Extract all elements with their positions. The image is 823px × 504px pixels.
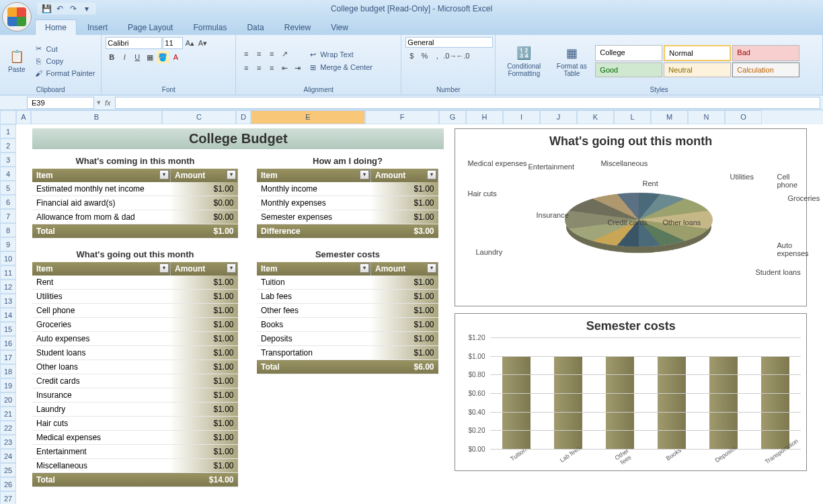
percent-button[interactable]: % xyxy=(418,50,430,62)
tab-page-layout[interactable]: Page Layout xyxy=(118,20,182,35)
orientation-button[interactable]: ↗ xyxy=(278,48,290,60)
row-header-19[interactable]: 19 xyxy=(0,378,16,392)
filter-dropdown-icon[interactable]: ▾ xyxy=(427,170,436,179)
undo-icon[interactable]: ↶ xyxy=(54,3,65,14)
style-neutral[interactable]: Neutral xyxy=(664,62,731,77)
border-button[interactable]: ▦ xyxy=(144,51,156,63)
cell-item[interactable]: Entertainment xyxy=(32,445,171,459)
cell-item[interactable]: Books xyxy=(257,318,371,332)
tab-view[interactable]: View xyxy=(321,20,358,35)
row-header-9[interactable]: 9 xyxy=(0,237,16,251)
table-row[interactable]: Other loans$1.00 xyxy=(32,360,238,374)
cut-button[interactable]: ✂Cut xyxy=(32,44,97,54)
table-row[interactable]: Estimated monthly net income$1.00 xyxy=(32,182,238,196)
table-row[interactable]: Medical expenses$1.00 xyxy=(32,431,238,445)
align-bottom-button[interactable]: ≡ xyxy=(266,48,278,60)
table-row[interactable]: Student loans$1.00 xyxy=(32,346,238,360)
cell-amount[interactable]: $1.00 xyxy=(171,360,238,374)
cell-amount[interactable]: $1.00 xyxy=(371,290,438,304)
cell-amount[interactable]: $1.00 xyxy=(371,346,438,360)
row-header-20[interactable]: 20 xyxy=(0,392,16,407)
italic-button[interactable]: I xyxy=(118,51,130,63)
style-calculation[interactable]: Calculation xyxy=(732,62,799,77)
cell-amount[interactable]: $1.00 xyxy=(171,388,238,403)
cell-item[interactable]: Financial aid award(s) xyxy=(32,196,171,210)
cell-amount[interactable]: $1.00 xyxy=(171,431,238,445)
cell-amount[interactable]: $1.00 xyxy=(371,304,438,318)
cell-amount[interactable]: $1.00 xyxy=(171,182,238,196)
row-header-4[interactable]: 4 xyxy=(0,167,16,181)
formula-input[interactable] xyxy=(115,97,820,109)
table-row[interactable]: Tuition$1.00 xyxy=(257,276,438,290)
cell-amount[interactable]: $0.00 xyxy=(171,196,238,210)
cell-item[interactable]: Tuition xyxy=(257,276,371,290)
copy-button[interactable]: ⎘Copy xyxy=(32,56,97,67)
wrap-text-button[interactable]: ↩Wrap Text xyxy=(306,49,375,60)
cell-item[interactable]: Medical expenses xyxy=(32,431,171,445)
filter-dropdown-icon[interactable]: ▾ xyxy=(159,170,169,179)
style-college[interactable]: College xyxy=(595,45,662,61)
cell-amount[interactable]: $1.00 xyxy=(371,182,438,196)
column-header-B[interactable]: B xyxy=(31,110,162,124)
column-header-D[interactable]: D xyxy=(236,110,251,124)
table-row[interactable]: Auto expenses$1.00 xyxy=(32,332,238,346)
align-middle-button[interactable]: ≡ xyxy=(253,48,265,60)
row-header-14[interactable]: 14 xyxy=(0,308,16,322)
table-row[interactable]: Lab fees$1.00 xyxy=(257,290,438,304)
table-row[interactable]: Monthly income$1.00 xyxy=(257,182,438,196)
tab-home[interactable]: Home xyxy=(35,19,77,35)
name-box[interactable] xyxy=(27,97,94,109)
tab-formulas[interactable]: Formulas xyxy=(184,20,236,35)
table-row[interactable]: Groceries$1.00 xyxy=(32,318,238,332)
column-header-K[interactable]: K xyxy=(577,110,614,124)
row-header-21[interactable]: 21 xyxy=(0,407,16,421)
cell-item[interactable]: Hair cuts xyxy=(32,417,171,431)
align-left-button[interactable]: ≡ xyxy=(240,62,252,74)
align-center-button[interactable]: ≡ xyxy=(253,62,265,74)
filter-dropdown-icon[interactable]: ▾ xyxy=(227,263,236,273)
table-row[interactable]: Rent$1.00 xyxy=(32,276,238,290)
incoming-header-amount[interactable]: Amount▾ xyxy=(171,169,238,182)
redo-icon[interactable]: ↷ xyxy=(68,3,79,14)
row-header-13[interactable]: 13 xyxy=(0,294,16,308)
table-row[interactable]: Credit cards$1.00 xyxy=(32,374,238,388)
column-header-L[interactable]: L xyxy=(614,110,651,124)
table-row[interactable]: Utilities$1.00 xyxy=(32,290,238,304)
shrink-font-button[interactable]: A▾ xyxy=(196,37,208,49)
table-row[interactable]: Books$1.00 xyxy=(257,318,438,332)
cell-item[interactable]: Other fees xyxy=(257,304,371,318)
cell-amount[interactable]: $1.00 xyxy=(171,332,238,346)
column-header-C[interactable]: C xyxy=(162,110,236,124)
column-header-E[interactable]: E xyxy=(251,110,365,124)
row-header-3[interactable]: 3 xyxy=(0,153,16,167)
row-header-25[interactable]: 25 xyxy=(0,463,16,477)
filter-dropdown-icon[interactable]: ▾ xyxy=(227,170,236,179)
cell-item[interactable]: Student loans xyxy=(32,346,171,360)
doing-header-item[interactable]: Item▾ xyxy=(257,169,371,182)
tab-data[interactable]: Data xyxy=(237,20,273,35)
table-row[interactable]: Semester expenses$1.00 xyxy=(257,210,438,224)
cell-item[interactable]: Rent xyxy=(32,276,171,290)
cell-item[interactable]: Miscellaneous xyxy=(32,459,171,473)
save-icon[interactable]: 💾 xyxy=(41,3,52,14)
merge-center-button[interactable]: ⊞Merge & Center xyxy=(306,62,375,73)
indent-decrease-button[interactable]: ⇤ xyxy=(278,62,290,74)
align-top-button[interactable]: ≡ xyxy=(240,48,252,60)
select-all-corner[interactable] xyxy=(0,110,16,124)
underline-button[interactable]: U xyxy=(131,51,143,63)
cell-item[interactable]: Other loans xyxy=(32,360,171,374)
bar-chart[interactable]: Semester costs $0.00$0.20$0.40$0.60$0.80… xyxy=(455,313,807,471)
decrease-decimal-button[interactable]: ←.0 xyxy=(457,50,469,62)
row-header-7[interactable]: 7 xyxy=(0,209,16,223)
format-as-table-button[interactable]: ▦ Format as Table xyxy=(551,41,592,81)
column-header-O[interactable]: O xyxy=(725,110,762,124)
cell-amount[interactable]: $1.00 xyxy=(371,276,438,290)
cell-amount[interactable]: $1.00 xyxy=(371,196,438,210)
cell-item[interactable]: Utilities xyxy=(32,290,171,304)
cell-amount[interactable]: $1.00 xyxy=(171,318,238,332)
filter-dropdown-icon[interactable]: ▾ xyxy=(360,170,369,179)
row-header-5[interactable]: 5 xyxy=(0,181,16,195)
font-color-button[interactable]: A xyxy=(169,51,182,63)
office-button[interactable] xyxy=(2,2,32,32)
table-row[interactable]: Insurance$1.00 xyxy=(32,388,238,403)
